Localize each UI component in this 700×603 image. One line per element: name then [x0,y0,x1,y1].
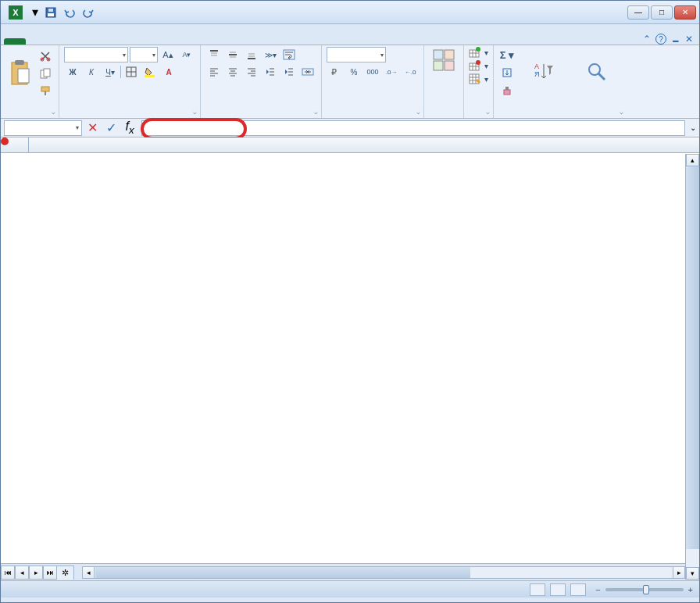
cut-icon[interactable] [37,48,54,64]
italic-button[interactable]: К [83,64,100,80]
enter-formula-icon[interactable]: ✓ [104,121,118,135]
format-painter-icon[interactable] [37,83,54,98]
quick-access-toolbar [43,5,96,20]
title-bar: X ▾ — □ ✕ [1,1,699,24]
svg-rect-17 [145,75,155,77]
delete-cells-button[interactable]: ▾ [469,60,488,71]
svg-rect-50 [434,61,443,70]
align-middle-icon[interactable] [224,47,241,62]
sort-filter-button[interactable]: АЯ [517,59,570,86]
increase-font-icon[interactable]: A▴ [159,47,177,62]
zoom-out-icon[interactable]: − [595,585,600,594]
first-sheet-icon[interactable]: ⏮ [1,566,15,580]
fill-icon[interactable] [498,65,516,80]
accounting-format-icon[interactable]: ₽ [327,64,344,80]
svg-rect-13 [45,91,46,95]
page-layout-view-icon[interactable] [550,583,566,596]
insert-cells-button[interactable]: ▾ [469,47,488,58]
window-close-icon[interactable]: ✕ [685,34,693,45]
maximize-button[interactable]: □ [651,5,673,20]
fill-color-icon[interactable] [141,64,159,80]
vertical-scrollbar[interactable]: ▴ ▾ [685,154,699,580]
dropdown-icon[interactable]: ▾ [27,5,43,20]
last-sheet-icon[interactable]: ⏭ [43,566,57,580]
window-restore-icon[interactable]: 🗕 [671,34,680,45]
format-cells-button[interactable]: ▾ [469,73,488,84]
font-size-select[interactable] [130,47,158,62]
redo-icon[interactable] [80,5,96,20]
format-cells-icon [469,73,481,84]
wrap-text-icon[interactable] [280,47,298,62]
paste-button[interactable] [5,58,34,89]
minimize-ribbon-icon[interactable]: ⌃ [643,34,651,45]
svg-point-72 [589,64,600,75]
delete-cells-icon [469,60,481,71]
scroll-up-icon[interactable]: ▴ [686,154,699,166]
percent-icon[interactable]: % [345,64,362,80]
next-sheet-icon[interactable]: ▸ [29,566,43,580]
comma-icon[interactable]: 000 [364,64,381,80]
horizontal-scrollbar[interactable]: ◂ ▸ [82,566,685,579]
close-button[interactable]: ✕ [674,5,696,20]
hscroll-thumb[interactable] [95,567,470,578]
svg-text:Я: Я [534,70,540,78]
fx-icon[interactable]: fx [123,121,137,135]
clear-icon[interactable] [498,83,516,98]
decrease-indent-icon[interactable] [262,64,279,80]
orientation-icon[interactable]: ≫▾ [262,47,279,62]
group-cells-label [469,115,488,116]
align-top-icon[interactable] [205,47,223,62]
merge-icon[interactable] [299,64,316,80]
cancel-formula-icon[interactable]: ✕ [85,121,99,135]
scroll-left-icon[interactable]: ◂ [82,566,95,579]
increase-decimal-icon[interactable]: .0→ [383,64,400,80]
zoom-slider[interactable] [605,588,684,591]
sort-filter-icon: АЯ [533,61,555,83]
svg-text:А: А [534,62,539,70]
underline-button[interactable]: Ч▾ [102,64,119,80]
worksheet-grid[interactable] [1,137,699,563]
minimize-button[interactable]: — [627,5,649,20]
svg-rect-51 [445,61,454,70]
expand-formula-icon[interactable]: ⌄ [690,123,696,132]
scroll-right-icon[interactable]: ▸ [673,566,685,579]
align-bottom-icon[interactable] [243,47,260,62]
normal-view-icon[interactable] [530,583,545,596]
formula-input[interactable] [141,120,685,136]
autosum-icon[interactable]: Σ ▾ [498,47,516,62]
file-tab[interactable] [4,38,26,45]
page-break-view-icon[interactable] [570,583,586,596]
copy-icon[interactable] [37,66,54,81]
ribbon-tabs: ⌃ ? 🗕 ✕ [1,24,699,45]
align-left-icon[interactable] [205,64,223,80]
group-font: A▴ A▾ Ж К Ч▾ A [59,45,201,118]
select-all-corner[interactable] [1,137,29,152]
prev-sheet-icon[interactable]: ◂ [15,566,29,580]
find-select-button[interactable] [572,59,622,86]
number-format-select[interactable] [327,47,386,62]
scroll-down-icon[interactable]: ▾ [686,567,699,580]
font-color-icon[interactable]: A [160,64,177,80]
name-box[interactable] [4,120,82,136]
vscroll-thumb[interactable] [686,166,699,549]
bold-button[interactable]: Ж [64,64,81,80]
styles-button[interactable] [429,47,459,75]
help-icon[interactable]: ? [655,34,666,45]
group-alignment: ≫▾ [201,45,322,118]
sheet-tab-bar: ⏮ ◂ ▸ ⏭ ✲ ◂ ▸ [1,563,699,580]
new-sheet-button[interactable]: ✲ [56,566,74,580]
group-font-label [64,115,195,116]
zoom-in-icon[interactable]: + [688,585,693,594]
group-clipboard [1,45,59,118]
save-icon[interactable] [43,5,59,20]
svg-rect-7 [18,69,29,83]
font-name-select[interactable] [64,47,128,62]
decrease-font-icon[interactable]: A▾ [178,47,195,62]
decrease-decimal-icon[interactable]: ←.0 [402,64,419,80]
align-right-icon[interactable] [243,64,260,80]
border-icon[interactable] [123,64,140,80]
align-center-icon[interactable] [224,64,241,80]
undo-icon[interactable] [62,5,77,20]
increase-indent-icon[interactable] [280,64,298,80]
svg-rect-49 [445,50,454,59]
